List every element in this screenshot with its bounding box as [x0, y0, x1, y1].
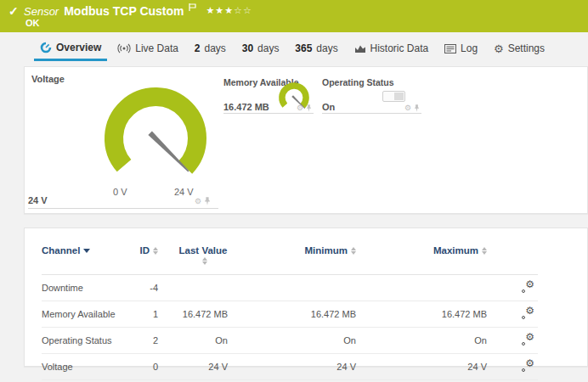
maximum-cell: 16.472 MB [356, 301, 487, 328]
operating-current-value: On [322, 102, 335, 112]
tab-30-days[interactable]: 30 days [236, 36, 286, 61]
flag-icon[interactable] [189, 3, 196, 13]
gear-dot [522, 342, 525, 345]
tab-live-data-label: Live Data [135, 42, 178, 54]
gauge-needle [148, 131, 189, 171]
voltage-gauge-actions: ⚙ [195, 197, 211, 205]
gear-icon[interactable]: ⚙ [297, 104, 303, 112]
tab-live-data[interactable]: Live Data [111, 36, 184, 61]
priority-stars[interactable]: ★★★☆☆ [206, 5, 252, 16]
minimum-cell: 16.472 MB [228, 301, 356, 328]
tab-overview-label: Overview [56, 42, 101, 53]
channel-settings-icon[interactable]: ⚙ [521, 360, 534, 372]
column-header-last-value[interactable]: Last Value [158, 239, 228, 275]
gear-icon: ⚙ [494, 43, 504, 54]
voltage-value-underline [28, 194, 218, 209]
overview-gauges-panel: Voltage 0 V 24 V 24 V ⚙ Memory Available… [24, 66, 588, 214]
column-header-maximum[interactable]: Maximum [356, 239, 487, 275]
column-header-last-value-label: Last Value [179, 245, 228, 256]
last-value-cell [158, 275, 228, 301]
table-row[interactable]: Voltage 0 24 V 24 V 24 V ⚙ [42, 354, 538, 380]
gear-dot [522, 289, 525, 293]
column-header-minimum[interactable]: Minimum [228, 239, 356, 275]
last-value-cell: On [158, 328, 228, 354]
stars-empty: ☆☆ [234, 5, 252, 15]
gear-icon[interactable]: ⚙ [404, 104, 411, 112]
sort-icon [202, 257, 207, 265]
last-value-cell: 16.472 MB [158, 301, 228, 328]
column-header-id-label: ID [140, 245, 150, 256]
gauge-arc [114, 97, 197, 167]
operating-status-panel: Operating Status On ⚙ [322, 77, 421, 118]
live-signal-icon [117, 43, 131, 53]
gear-icon: ⚙ [525, 306, 534, 316]
sensor-status-banner: ✓ Sensor Modbus TCP Custom ★★★☆☆ OK [0, 0, 588, 32]
tab-30-days-label: days [257, 42, 279, 54]
gear-icon: ⚙ [525, 332, 534, 342]
tab-log[interactable]: Log [438, 36, 483, 61]
pin-icon[interactable] [306, 104, 312, 112]
minimum-cell: 24 V [228, 354, 356, 380]
table-row[interactable]: Operating Status 2 On On On ⚙ [42, 328, 538, 354]
voltage-current-value: 24 V [28, 195, 48, 205]
memory-gauge-actions: ⚙ [297, 104, 312, 112]
tab-2-days[interactable]: 2 days [189, 36, 232, 61]
tab-log-label: Log [461, 42, 478, 54]
channel-id-cell: 1 [127, 301, 158, 328]
gauge-icon [40, 42, 52, 53]
maximum-cell [356, 275, 487, 301]
table-row[interactable]: Memory Available 1 16.472 MB 16.472 MB 1… [42, 301, 538, 328]
channel-settings-icon[interactable]: ⚙ [521, 281, 534, 293]
gear-icon[interactable]: ⚙ [195, 198, 201, 205]
maximum-cell: 24 V [356, 354, 487, 380]
ok-check-icon: ✓ [8, 4, 19, 18]
tab-bar: Overview Live Data 2 days 30 days 365 da… [0, 32, 588, 65]
sort-icon [351, 247, 356, 255]
column-header-channel[interactable]: Channel [42, 239, 127, 275]
channel-id-cell: 2 [127, 328, 158, 354]
object-kind-label: Sensor [24, 5, 59, 18]
memory-available-gauge-panel: Memory Available 16.472 MB ⚙ [223, 77, 314, 118]
operating-status-actions: ⚙ [404, 104, 420, 112]
channel-name-cell[interactable]: Downtime [42, 275, 127, 301]
column-header-minimum-label: Minimum [305, 245, 348, 256]
tab-historic-data[interactable]: Historic Data [348, 36, 435, 61]
gear-icon: ⚙ [525, 279, 534, 289]
minimum-cell: On [228, 328, 356, 354]
tab-historic-data-label: Historic Data [370, 42, 429, 54]
tab-365-days[interactable]: 365 days [289, 36, 343, 61]
pin-icon[interactable] [414, 104, 420, 112]
table-row[interactable]: Downtime -4 ⚙ [42, 275, 538, 301]
tab-settings[interactable]: ⚙ Settings [488, 36, 551, 61]
channel-table-panel: Channel ID Last Value Minimum Maximum Do… [24, 228, 588, 367]
pin-icon[interactable] [204, 197, 211, 205]
tab-overview[interactable]: Overview [34, 36, 107, 61]
channel-settings-icon[interactable]: ⚙ [521, 334, 534, 345]
sensor-status-text: OK [25, 18, 40, 28]
minimum-cell [228, 275, 356, 301]
tab-365-days-number: 365 [295, 42, 312, 54]
gear-dot [522, 368, 525, 372]
sensor-title: Modbus TCP Custom [64, 4, 184, 18]
operating-status-title: Operating Status [322, 77, 394, 87]
switch-knob [394, 93, 404, 100]
sort-desc-icon [83, 249, 90, 253]
channel-settings-icon[interactable]: ⚙ [521, 307, 534, 319]
voltage-gauge-title: Voltage [31, 74, 65, 84]
tab-2-days-number: 2 [195, 42, 201, 54]
channel-name-cell[interactable]: Voltage [42, 354, 127, 380]
channel-id-cell: -4 [127, 275, 158, 301]
stars-filled: ★★★ [206, 5, 235, 15]
voltage-gauge [99, 82, 212, 194]
column-header-maximum-label: Maximum [433, 245, 478, 256]
column-header-id[interactable]: ID [127, 239, 158, 275]
last-value-cell: 24 V [158, 354, 228, 380]
tab-2-days-label: days [204, 42, 225, 54]
channel-name-cell[interactable]: Memory Available [42, 301, 127, 328]
log-list-icon [444, 44, 456, 53]
gear-icon: ⚙ [525, 358, 534, 368]
gear-dot [522, 316, 525, 319]
sort-icon [153, 247, 158, 255]
tab-365-days-label: days [316, 42, 337, 54]
channel-name-cell[interactable]: Operating Status [42, 328, 127, 354]
